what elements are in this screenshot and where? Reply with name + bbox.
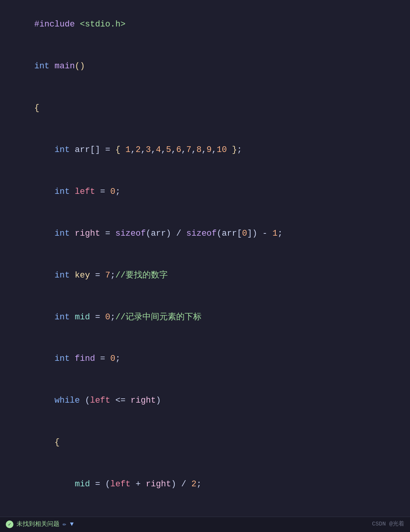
code-line-3: { xyxy=(0,88,410,129)
watermark: CSDN @光着 xyxy=(372,520,404,529)
code-line-12: mid = (left + right) / 2; xyxy=(0,464,410,506)
check-icon: ✓ xyxy=(6,520,13,528)
include-string: <stdio.h> xyxy=(80,20,126,29)
code-line-8: int mid = 0;//记录中间元素的下标 xyxy=(0,296,410,338)
code-line-1: #include <stdio.h> xyxy=(0,4,410,46)
preprocessor-directive: #include xyxy=(34,20,75,29)
code-line-9: int find = 0; xyxy=(0,338,410,380)
edit-icon[interactable]: ✏️ ▼ xyxy=(63,519,74,529)
bottom-bar: ✓ 未找到相关问题 ✏️ ▼ CSDN @光着 xyxy=(0,517,410,532)
code-line-7: int key = 7;//要找的数字 xyxy=(0,254,410,296)
open-brace: { xyxy=(34,103,39,113)
status-section: ✓ 未找到相关问题 ✏️ ▼ xyxy=(6,519,74,529)
code-line-2: int main() xyxy=(0,46,410,88)
code-line-6: int right = sizeof(arr) / sizeof(arr[0])… xyxy=(0,213,410,254)
code-line-10: while (left <= right) xyxy=(0,380,410,422)
status-text: 未找到相关问题 xyxy=(17,519,60,529)
code-editor: #include <stdio.h> int main() { int arr[… xyxy=(0,0,410,532)
code-line-11: { xyxy=(0,422,410,464)
code-line-4: int arr[] = { 1,2,3,4,5,6,7,8,9,10 }; xyxy=(0,129,410,171)
keyword-int: int xyxy=(34,61,50,71)
code-line-5: int left = 0; xyxy=(0,171,410,213)
function-main: main xyxy=(55,61,75,71)
